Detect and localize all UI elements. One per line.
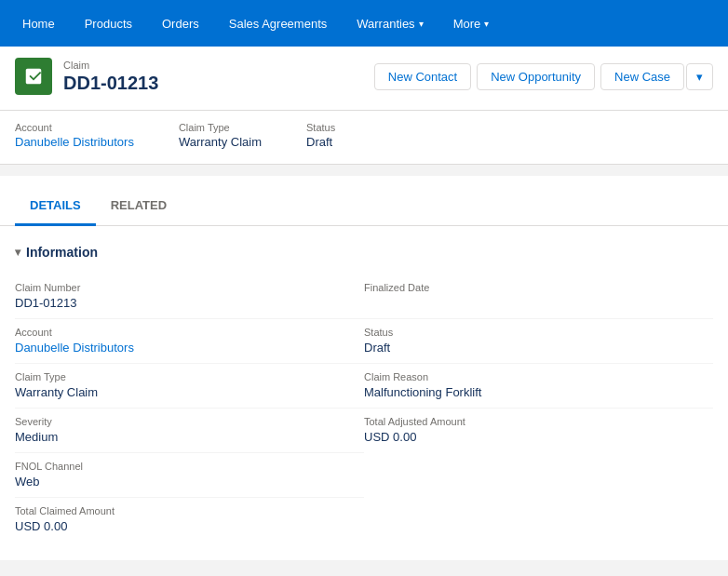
nav-products[interactable]: Products [70,0,147,47]
warranties-chevron-icon: ▾ [419,19,424,29]
claim-number: DD1-01213 [63,73,158,94]
main-wrapper: Claim DD1-01213 New Contact New Opportun… [0,47,728,576]
nav-orders[interactable]: Orders [147,0,214,47]
more-chevron-icon: ▾ [484,19,489,29]
record-icon [15,58,52,95]
field-severity: Severity Medium ✎ [15,409,364,453]
field-fnol-channel: FNOL Channel Web ✎ [15,453,364,498]
field-finalized-date: Finalized Date ✎ [364,275,713,319]
section-title: Information [26,245,98,260]
field-columns: Claim Number DD1-01213 ✎ Account Danubel… [15,275,713,542]
meta-status-value: Draft [306,135,335,149]
header-text: Claim DD1-01213 [63,60,158,94]
section-header: ▾ Information [15,245,713,260]
claim-breadcrumb: Claim [63,60,158,71]
fields-right: Finalized Date ✎ Status Draft ✎ Claim Re… [364,275,713,542]
nav-more[interactable]: More ▾ [438,0,505,47]
field-status: Status Draft ✎ [364,319,713,364]
header-actions: New Contact New Opportunity New Case ▾ [369,63,713,90]
page-header: Claim DD1-01213 New Contact New Opportun… [0,47,728,111]
field-total-claimed: Total Claimed Amount USD 0.00 ✎ [15,498,364,542]
tabs-bar: DETAILS RELATED [0,187,728,226]
tab-details[interactable]: DETAILS [15,187,96,226]
new-opportunity-button[interactable]: New Opportunity [477,63,595,90]
fields-left: Claim Number DD1-01213 ✎ Account Danubel… [15,275,364,542]
new-contact-button[interactable]: New Contact [374,63,471,90]
meta-claim-type: Claim Type Warranty Claim [179,122,262,149]
field-claim-reason: Claim Reason Malfunctioning Forklift ✎ [364,364,713,409]
meta-account-value[interactable]: Danubelle Distributors [15,135,134,149]
field-claim-number: Claim Number DD1-01213 ✎ [15,275,364,319]
meta-status: Status Draft [306,122,335,149]
tab-related[interactable]: RELATED [96,187,182,226]
nav-warranties[interactable]: Warranties ▾ [342,0,438,47]
meta-row: Account Danubelle Distributors Claim Typ… [0,111,728,165]
actions-dropdown-button[interactable]: ▾ [686,63,713,90]
section-chevron-icon: ▾ [15,246,20,259]
field-claim-type: Claim Type Warranty Claim ✎ [15,364,364,409]
details-content: ▾ Information Claim Number DD1-01213 ✎ A… [0,226,728,560]
nav-bar: Home Products Orders Sales Agreements Wa… [0,0,728,47]
field-account: Account Danubelle Distributors ✎ [15,319,364,364]
field-total-adjusted: Total Adjusted Amount USD 0.00 ✎ [364,409,713,452]
new-case-button[interactable]: New Case [600,63,684,90]
claim-icon [23,66,44,87]
tabs-content-area: DETAILS RELATED ▾ Information Claim Numb… [0,165,728,560]
meta-claim-type-value: Warranty Claim [179,135,262,149]
header-left: Claim DD1-01213 [15,58,158,95]
dropdown-chevron-icon: ▾ [696,70,703,84]
field-account-value[interactable]: Danubelle Distributors [15,341,353,355]
meta-account: Account Danubelle Distributors [15,122,134,149]
nav-home[interactable]: Home [7,0,70,47]
nav-sales-agreements[interactable]: Sales Agreements [214,0,343,47]
